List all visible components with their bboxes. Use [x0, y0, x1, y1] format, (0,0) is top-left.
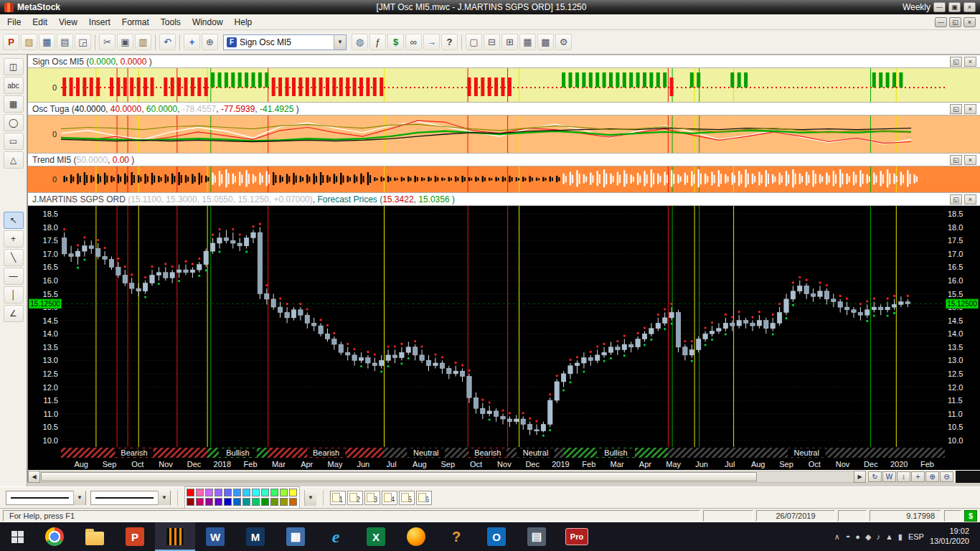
price-chart[interactable]: 18.518.518.018.017.517.517.017.016.516.5…	[28, 206, 980, 447]
sign-pane-body[interactable]: 0	[28, 68, 980, 102]
trend-chart[interactable]: 0	[28, 166, 980, 192]
color-swatch-12[interactable]	[187, 498, 194, 506]
color-swatch-9[interactable]	[270, 489, 278, 496]
refresh-data-icon[interactable]: ◍	[352, 34, 368, 50]
start-button[interactable]	[0, 522, 34, 551]
osc-pane-body[interactable]: 0	[28, 116, 980, 153]
chevron-down-icon[interactable]: ▼	[73, 491, 85, 505]
taskbar-metastock[interactable]	[155, 522, 195, 551]
zoom-in-icon[interactable]: ⊕	[925, 471, 939, 482]
print-icon[interactable]: ▤	[57, 34, 73, 50]
print-preview-icon[interactable]: ◲	[75, 34, 91, 50]
layout-preset-6-button[interactable]: 6	[416, 491, 432, 505]
menu-help[interactable]: Help	[229, 15, 258, 29]
trend-pane-close-button[interactable]: ×	[964, 155, 976, 165]
menu-format[interactable]: Format	[116, 15, 155, 29]
color-swatch-3[interactable]	[215, 489, 222, 496]
price-pane-restore-button[interactable]: ◱	[950, 194, 962, 204]
menu-file[interactable]: File	[1, 15, 27, 29]
line-style-dropdown[interactable]: ▼	[6, 491, 86, 505]
horizontal-line-tool-icon[interactable]: —	[4, 268, 24, 285]
new-window-icon[interactable]: ▢	[466, 34, 482, 50]
color-swatch-16[interactable]	[224, 498, 232, 506]
angle-line-tool-icon[interactable]: ∠	[4, 305, 24, 322]
color-swatch-22[interactable]	[280, 498, 288, 506]
refresh-icon[interactable]: ↻	[868, 471, 882, 482]
tray-icon-2[interactable]: ●	[855, 532, 860, 542]
tray-icon-6[interactable]: ▮	[898, 532, 903, 542]
tray-icon-4[interactable]: ♪	[876, 532, 880, 542]
scroll-left-button[interactable]: ◀	[28, 471, 40, 483]
minimize-button[interactable]: —	[933, 2, 946, 12]
power-console-icon[interactable]: P	[3, 34, 19, 50]
vertical-fit-icon[interactable]: ↕	[897, 471, 910, 482]
menu-edit[interactable]: Edit	[27, 15, 53, 29]
taskbar-metastock-pro[interactable]: Pro	[557, 522, 597, 551]
color-swatch-4[interactable]	[224, 489, 232, 496]
taskbar-help[interactable]: ?	[436, 522, 476, 551]
open-icon[interactable]: ▨	[21, 34, 37, 50]
explorer-icon[interactable]: ∞	[405, 34, 422, 50]
taskbar-m-app[interactable]: M	[235, 522, 275, 551]
close-button[interactable]: ×	[963, 2, 976, 12]
color-swatch-17[interactable]	[233, 498, 241, 506]
color-swatch-19[interactable]	[252, 498, 260, 506]
child-close-button[interactable]: ×	[963, 17, 976, 27]
menu-view[interactable]: View	[53, 15, 83, 29]
tray-icon-5[interactable]: ▲	[885, 532, 893, 542]
osc-tuga-chart[interactable]: 0	[28, 116, 980, 153]
trend-pane-body[interactable]: 0	[28, 166, 980, 192]
color-swatch-8[interactable]	[261, 489, 269, 496]
color-swatch-20[interactable]	[261, 498, 269, 506]
color-swatch-7[interactable]	[252, 489, 260, 496]
layout-preset-4-button[interactable]: 4	[382, 491, 397, 505]
tray-icon-3[interactable]: ◆	[865, 532, 871, 542]
expert-advisor-icon[interactable]: →	[423, 34, 440, 50]
undo-icon[interactable]: ↶	[159, 34, 176, 50]
osc-pane-close-button[interactable]: ×	[964, 104, 976, 114]
grid-tool-icon[interactable]: ▦	[4, 95, 24, 113]
color-swatch-10[interactable]	[280, 489, 288, 496]
paste-icon[interactable]: ▥	[135, 34, 151, 50]
taskbar-firefox[interactable]	[396, 522, 436, 551]
tile-horizontal-icon[interactable]: ⊟	[484, 34, 500, 50]
scrollbar-track[interactable]	[40, 471, 854, 483]
menu-window[interactable]: Window	[187, 15, 229, 29]
rectangle-tool-icon[interactable]: ▭	[4, 133, 24, 150]
color-swatch-2[interactable]	[205, 489, 213, 496]
taskbar-chrome[interactable]	[34, 522, 75, 551]
weekly-zoom-button[interactable]: W	[882, 471, 896, 482]
indicator-dropdown[interactable]: F Sign Osc MI5 ▼	[223, 34, 347, 50]
tray-icon-1[interactable]: ◓	[846, 532, 851, 542]
color-swatch-11[interactable]	[289, 489, 297, 496]
vertical-line-tool-icon[interactable]: │	[4, 286, 24, 303]
zoom-icon[interactable]: ⊕	[202, 34, 218, 50]
taskbar-powerpoint[interactable]: P	[115, 522, 155, 551]
price-pane-close-button[interactable]: ×	[964, 194, 976, 204]
whats-this-icon[interactable]: ?	[441, 34, 458, 50]
text-tool-icon[interactable]: abc	[4, 77, 24, 94]
taskbar-internet-explorer[interactable]: e	[316, 522, 356, 551]
triangle-tool-icon[interactable]: △	[4, 151, 24, 169]
color-swatch-6[interactable]	[242, 489, 250, 496]
taskbar-outlook[interactable]: O	[476, 522, 517, 551]
sign-pane-close-button[interactable]: ×	[964, 57, 976, 67]
layout-preset-1-button[interactable]: 1	[330, 491, 346, 505]
color-swatch-21[interactable]	[270, 498, 278, 506]
downloader-icon[interactable]: $	[387, 34, 404, 50]
indicator-builder-icon[interactable]: ƒ	[369, 34, 386, 50]
osc-pane-restore-button[interactable]: ◱	[950, 104, 962, 114]
tray-chevron-icon[interactable]: ∧	[834, 532, 840, 542]
tile-vertical-icon[interactable]: ⊞	[501, 34, 518, 50]
scroll-right-button[interactable]: ▶	[854, 471, 866, 483]
color-swatch-1[interactable]	[196, 489, 204, 496]
color-swatch-13[interactable]	[196, 498, 204, 506]
sign-pane-restore-button[interactable]: ◱	[950, 57, 962, 67]
save-icon[interactable]: ▦	[39, 34, 55, 50]
taskbar-fax[interactable]: ▤	[517, 522, 557, 551]
trendline-tool-icon[interactable]: ╲	[4, 249, 24, 266]
trend-pane-restore-button[interactable]: ◱	[950, 155, 962, 165]
taskbar-word[interactable]: W	[195, 522, 235, 551]
chevron-down-icon[interactable]: ▼	[334, 35, 346, 50]
chevron-down-icon[interactable]: ▼	[158, 491, 170, 505]
